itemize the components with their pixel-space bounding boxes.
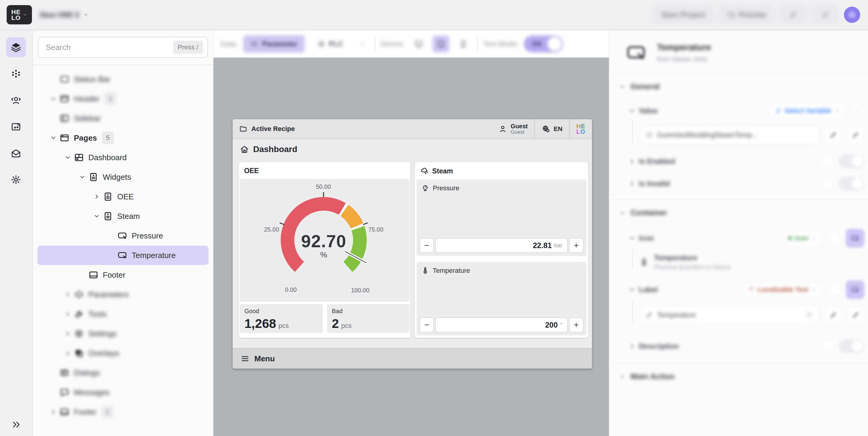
tree-item-tools[interactable]: Tools — [37, 304, 209, 324]
steam-widget[interactable]: Steam Pressure 22.81 bar — [415, 162, 588, 338]
temperature-increment-button[interactable] — [569, 317, 584, 332]
temperature-label: Temperature — [433, 267, 470, 275]
label-options-button[interactable] — [828, 283, 841, 297]
tree-item-footer[interactable]: Footer1 — [37, 402, 209, 422]
data-source-more-button[interactable] — [356, 37, 369, 51]
chevron-right-icon[interactable] — [62, 289, 74, 301]
chevron-right-icon[interactable] — [62, 328, 74, 340]
tree-item-overlays[interactable]: Overlays — [37, 343, 209, 363]
save-project-button[interactable]: Save Project — [653, 6, 713, 24]
gauge-value: 92.70 — [301, 231, 346, 251]
device-tablet-button[interactable] — [433, 36, 450, 53]
section-general[interactable]: General — [610, 73, 868, 98]
expand-rail-button[interactable] — [0, 420, 33, 429]
tree-item-parameters[interactable]: Parameters — [37, 285, 209, 304]
hmi-preview-frame[interactable]: Active Recipe Guest Guest EN HE — [233, 119, 592, 369]
description-toggle[interactable] — [838, 339, 864, 353]
icon-options-button[interactable] — [828, 231, 841, 245]
tree-item-status-bar[interactable]: Status Bar — [37, 70, 209, 89]
is-enabled-toggle[interactable] — [838, 155, 864, 168]
value-label: Value — [639, 107, 658, 115]
icon-type-pill[interactable]: Icon — [781, 230, 824, 246]
label-text-input[interactable]: Temperature — [640, 305, 820, 325]
rail-item-users[interactable] — [6, 90, 26, 110]
device-label: Device: — [381, 40, 405, 48]
hmi-menu-bar[interactable]: Menu — [233, 348, 592, 369]
search-box[interactable]: Press / — [38, 37, 208, 58]
data-parameter-button[interactable]: Parameter — [243, 35, 304, 53]
device-phone-button[interactable] — [455, 36, 472, 53]
tree-item-settings[interactable]: Settings — [37, 324, 209, 343]
chevron-right-icon[interactable] — [62, 347, 74, 359]
device-desktop-button[interactable] — [410, 36, 427, 53]
chevron-down-icon[interactable] — [47, 132, 59, 144]
rail-item-settings[interactable] — [6, 170, 26, 190]
is-enabled-options-button[interactable] — [820, 155, 834, 168]
tree-item-sidebar[interactable]: Sidebar — [37, 109, 209, 128]
plus-icon — [573, 242, 580, 249]
undo-button[interactable] — [780, 6, 807, 24]
is-invalid-options-button[interactable] — [820, 177, 834, 191]
inspector-subtitle[interactable]: from Steam Joint — [657, 56, 711, 63]
section-main-action[interactable]: Main Action — [610, 363, 868, 389]
tree-item-label: Settings — [88, 329, 117, 338]
pressure-decrement-button[interactable] — [420, 238, 434, 253]
hmi-user-button[interactable]: Guest Guest — [492, 119, 534, 138]
rail-item-assets[interactable] — [6, 117, 26, 137]
hmi-language-button[interactable]: EN — [534, 119, 569, 138]
pressure-increment-button[interactable] — [569, 238, 584, 253]
tree-item-footer[interactable]: Footer — [37, 265, 209, 284]
section-container[interactable]: Container — [610, 200, 868, 225]
pressure-slot[interactable]: Pressure 22.81 bar — [416, 179, 587, 256]
chevron-down-icon[interactable] — [47, 93, 59, 105]
tree-item-dialogs[interactable]: Dialogs — [37, 363, 209, 382]
edit-binding-button[interactable] — [847, 126, 864, 144]
clear-icon[interactable] — [805, 310, 814, 320]
tree-item-temperature[interactable]: Temperature — [37, 246, 209, 265]
chevron-down-icon[interactable] — [76, 171, 88, 183]
temperature-decrement-button[interactable] — [420, 317, 434, 332]
chevron-right-icon[interactable] — [62, 308, 74, 320]
temperature-slot[interactable]: Temperature 200 ° — [416, 262, 587, 335]
app-logo-menu[interactable]: HELO — [7, 5, 32, 24]
is-invalid-toggle[interactable] — [838, 177, 864, 191]
tree-item-messages[interactable]: Messages — [37, 383, 209, 402]
chevron-right-icon[interactable] — [91, 191, 103, 203]
tree-item-pressure[interactable]: Pressure — [37, 226, 209, 245]
chevron-right-icon[interactable] — [47, 406, 59, 418]
pressure-input[interactable]: 22.81 bar — [435, 238, 568, 253]
edit-label-button[interactable] — [825, 306, 842, 324]
variable-chip[interactable]: GummiesMouldingSteamTemp... — [640, 125, 820, 145]
data-plc-button[interactable]: PLC — [310, 35, 350, 53]
project-name[interactable]: New HMI 3 — [40, 10, 89, 20]
label-bind-button[interactable] — [846, 280, 864, 299]
icon-bind-button[interactable] — [846, 229, 864, 247]
temperature-input[interactable]: 200 ° — [435, 317, 568, 332]
description-options-button[interactable] — [820, 339, 834, 353]
rail-item-variables[interactable] — [6, 64, 26, 84]
search-input[interactable] — [46, 43, 173, 52]
edit-variable-button[interactable] — [825, 126, 842, 144]
chevron-down-icon[interactable] — [91, 210, 103, 222]
rail-item-messages[interactable] — [6, 143, 26, 163]
test-mode-toggle[interactable]: ON — [524, 36, 563, 53]
redo-button[interactable] — [812, 6, 838, 24]
icon-item[interactable]: Temperature Physical Quantities & Nature — [640, 254, 731, 271]
rail-item-layers[interactable] — [6, 37, 26, 57]
tree-item-oee[interactable]: OEE — [37, 187, 209, 206]
avatar[interactable]: G — [844, 7, 860, 23]
preview-button[interactable]: Preview — [719, 6, 775, 24]
tree-item-steam[interactable]: Steam — [37, 207, 209, 226]
tree-item-dashboard[interactable]: Dashboard — [37, 148, 209, 167]
chevron-down-icon[interactable] — [62, 152, 74, 164]
edit-translations-button[interactable] — [847, 306, 864, 324]
select-variable-button[interactable]: Select Variable — [768, 103, 846, 119]
tree-item-label: Dashboard — [88, 153, 127, 162]
tree-item-header[interactable]: Header1 — [37, 89, 209, 108]
good-count-box: Good 1,268pcs — [240, 304, 323, 333]
label-type-pill[interactable]: Localizable Text — [741, 281, 824, 298]
value-options-button[interactable] — [850, 104, 864, 118]
tree-item-widgets[interactable]: Widgets — [37, 167, 209, 187]
oee-widget[interactable]: OEE 0.00 25.00 50.00 75.00 100.00 92.70 … — [239, 162, 410, 338]
tree-item-pages[interactable]: Pages5 — [37, 128, 209, 147]
